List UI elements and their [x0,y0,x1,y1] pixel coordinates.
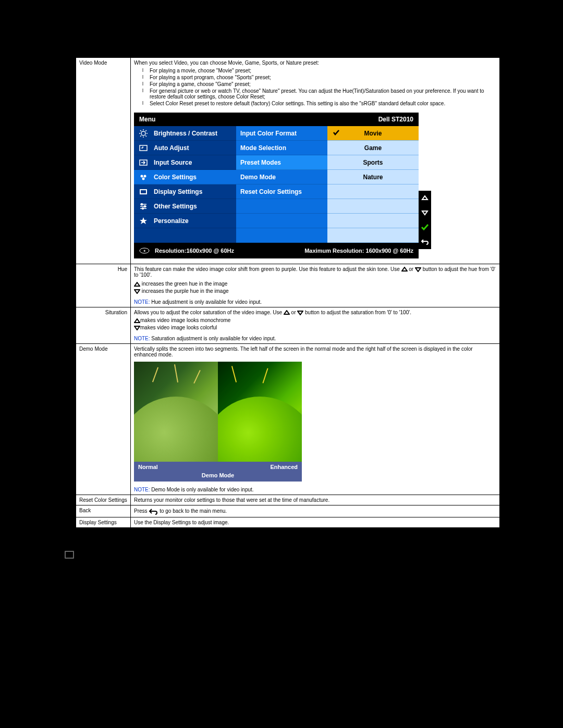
row-label-back: Back [76,505,131,517]
note-label: NOTE: [134,487,150,492]
row-label-display-settings: Display Settings [76,517,131,528]
up-arrow-icon [134,282,140,287]
osd-res-label: Resolution: [155,248,187,254]
svg-point-19 [144,205,146,207]
svg-point-0 [141,131,145,135]
svg-point-20 [142,207,144,209]
demo-label-enhanced: Enhanced [270,464,298,470]
osd-sub-item[interactable]: Reset Color Settings [236,184,327,199]
svg-point-12 [144,175,146,177]
osd-sub-item[interactable]: Demo Mode [236,170,327,184]
osd-option-item[interactable]: Game [327,141,419,155]
note-label: NOTE: [134,336,150,341]
osd-maxres-value: 1600x900 @ 60Hz [364,248,413,254]
svg-line-8 [140,135,141,137]
osd-option-item[interactable]: Sports [327,155,419,170]
osd-down-button[interactable] [419,205,431,220]
row-content-reset-color: Returns your monitor color settings to t… [131,495,500,505]
svg-line-5 [140,130,141,131]
demo-mode-image: Normal Enhanced Demo Mode [134,362,302,482]
osd-sub-item[interactable]: Mode Selection [236,141,327,155]
row-content-hue: This feature can make the video image co… [131,264,500,307]
row-content-back: Press to go back to the main menu. [131,505,500,517]
bullet: For general picture or web or watch TV, … [144,88,496,100]
auto-icon [138,143,149,153]
left-icon-column [64,57,76,528]
osd-model: Dell ST2010 [378,116,413,123]
input-icon [138,158,149,167]
manual-table: Video Mode When you select Video, you ca… [76,57,500,528]
osd-main-item[interactable]: Personalize [134,214,236,228]
up-arrow-icon [284,310,290,315]
down-arrow-icon [134,289,140,294]
bullet: For playing a movie, choose "Movie" pres… [144,68,496,73]
svg-rect-14 [140,190,146,194]
display-settings-section-icon [65,551,74,559]
osd-nav-buttons [419,191,431,249]
video-mode-bullets: For playing a movie, choose "Movie" pres… [144,68,496,106]
note-label: NOTE: [134,299,150,305]
osd-menu-title: Menu [139,116,155,123]
osd-sub-item[interactable]: Preset Modes [236,155,327,170]
svg-line-7 [145,130,146,131]
osd-ok-button[interactable] [419,220,431,235]
osd-main-item[interactable]: Input Source [134,155,236,170]
bullet: Select Color Reset preset to restore def… [144,101,496,106]
osd-screenshot: Menu Dell ST2010 Brightness / ContrastAu… [134,113,419,258]
back-icon [149,508,158,515]
osd-option-item[interactable]: Movie [327,126,419,141]
row-label-video-mode: Video Mode [76,58,131,264]
energy-star-icon: ★ [139,247,150,254]
row-label-saturation: Situration [76,307,131,344]
bullet: For playing a game, choose "Game" preset… [144,81,496,87]
osd-maxres-label: Maximum Resolution: [304,248,364,254]
row-label-hue: Hue [76,264,131,307]
osd-option-item[interactable]: Nature [327,170,419,184]
demo-overlay-bar: Normal Enhanced Demo Mode [134,462,302,482]
demo-title: Demo Mode [138,470,298,479]
osd-main-item[interactable]: Auto Adjust [134,141,236,155]
down-arrow-icon [415,267,421,272]
osd-back-button[interactable] [419,235,431,249]
svg-point-11 [141,175,143,177]
svg-rect-9 [140,145,147,151]
osd-main-item[interactable]: Brightness / Contrast [134,126,236,141]
svg-line-6 [145,135,146,137]
bullet: For playing a sport program, choose "Spo… [144,75,496,80]
osd-main-menu: Brightness / ContrastAuto AdjustInput So… [134,126,236,243]
osd-footer: ★ Resolution:1600x900 @ 60Hz Maximum Res… [134,243,419,258]
osd-main-item[interactable]: Other Settings [134,199,236,214]
osd-up-button[interactable] [419,191,431,205]
rect-icon [138,187,149,196]
row-label-demo-mode: Demo Mode [76,344,131,495]
up-arrow-icon [134,318,140,324]
osd-main-item[interactable]: Color Settings [134,170,236,184]
svg-point-13 [142,177,145,180]
row-content-video-mode: When you select Video, you can choose Mo… [131,58,500,264]
up-arrow-icon [401,267,408,272]
down-arrow-icon [297,310,303,315]
osd-res-value: 1600x900 @ 60Hz [187,248,234,254]
osd-sub-menu: Input Color FormatMode SelectionPreset M… [236,126,327,243]
row-label-reset-color: Reset Color Settings [76,495,131,505]
demo-label-normal: Normal [138,464,158,470]
palette-icon [138,172,149,182]
svg-point-18 [141,203,143,205]
osd-options: MovieGameSportsNature [327,126,419,243]
check-icon [333,129,340,138]
svg-text:★: ★ [143,249,146,252]
down-arrow-icon [134,325,140,330]
video-mode-intro: When you select Video, you can choose Mo… [134,60,496,66]
row-content-demo-mode: Vertically splits the screen into two se… [131,344,500,495]
sliders-icon [138,202,149,211]
sun-icon [138,129,149,138]
osd-main-item[interactable]: Display Settings [134,184,236,199]
star-icon [138,216,149,226]
osd-sub-item[interactable]: Input Color Format [236,126,327,141]
row-content-saturation: Allows you to adjust the color saturatio… [131,307,500,344]
row-content-display-settings: Use the Display Settings to adjust image… [131,517,500,528]
